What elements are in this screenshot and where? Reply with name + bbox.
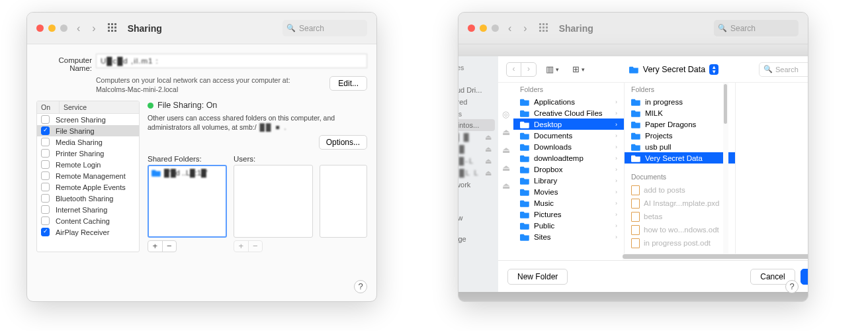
service-row[interactable]: Media Sharing xyxy=(37,136,139,148)
service-row[interactable]: Remote Login xyxy=(37,159,139,170)
add-button[interactable]: Add xyxy=(801,269,808,285)
view-columns-button[interactable]: ▥▾ xyxy=(542,62,563,76)
service-row[interactable]: Content Caching xyxy=(37,215,139,226)
zoom-icon[interactable] xyxy=(60,24,67,32)
folder-item[interactable]: Music› xyxy=(513,197,624,209)
sidebar-tag-red[interactable]: Red xyxy=(458,223,498,234)
folder-item[interactable]: Sites› xyxy=(513,231,624,242)
eject-icon[interactable]: ⏏ xyxy=(485,133,492,142)
eject-icon[interactable]: ⏏ xyxy=(502,145,510,155)
service-row[interactable]: Bluetooth Sharing xyxy=(37,193,139,204)
folder-icon xyxy=(520,154,530,162)
location-popup[interactable]: Very Secret Data xyxy=(629,65,706,74)
service-row[interactable]: Screen Sharing xyxy=(37,114,139,125)
folder-item[interactable]: downloadtemp› xyxy=(513,152,624,164)
checkbox[interactable] xyxy=(41,138,50,146)
sidebar-tag-grey[interactable]: Grey xyxy=(458,202,498,213)
updown-icon[interactable]: ▴▾ xyxy=(709,64,718,75)
options-button[interactable]: Options... xyxy=(319,135,367,150)
sidebar-item-icloud-drive[interactable]: ☁︎iCloud Dri... xyxy=(458,84,498,96)
folder-item[interactable]: Pictures› xyxy=(513,209,624,220)
remove-icon[interactable]: − xyxy=(163,241,177,252)
folder-icon xyxy=(520,188,530,196)
folder-item[interactable]: Downloads› xyxy=(513,141,624,152)
service-row[interactable]: File Sharing xyxy=(37,125,139,136)
folder-item[interactable]: usb pull› xyxy=(625,141,735,152)
computer-name-field[interactable]: U█c█d ,il.m1 : xyxy=(96,54,367,68)
service-row[interactable]: Remote Management xyxy=(37,170,139,181)
folder-item[interactable]: Public› xyxy=(513,220,624,231)
add-icon[interactable]: + xyxy=(148,241,163,252)
sidebar-item-macintosh-hd[interactable]: ⊟Macintos... xyxy=(458,119,495,131)
checkbox[interactable] xyxy=(41,160,50,169)
users-box[interactable] xyxy=(234,165,313,238)
checkbox[interactable] xyxy=(41,228,50,236)
eject-icon[interactable]: ⏏ xyxy=(485,157,492,166)
sidebar-item-device[interactable]: ⊡█ █ █⏏ xyxy=(458,131,498,143)
help-button[interactable]: ? xyxy=(785,280,799,293)
shared-folders-box[interactable]: █'█d ..L█:1█' xyxy=(148,165,227,238)
sidebar-item-device[interactable]: ⊡█L █-L⏏ xyxy=(458,155,498,167)
folder-item[interactable]: Desktop› xyxy=(513,118,624,130)
folder-item[interactable]: Library› xyxy=(513,175,624,186)
sidebar-item-shared[interactable]: 📁Shared xyxy=(458,96,498,108)
new-folder-button[interactable]: New Folder xyxy=(507,269,568,285)
sidebar-item-network[interactable]: ⊕Network xyxy=(458,179,498,191)
folder-item[interactable]: MILK› xyxy=(625,107,735,118)
sidebar-item-device[interactable]: ⊡█1 █L L⏏ xyxy=(458,167,498,179)
service-row[interactable]: Printer Sharing xyxy=(37,148,139,159)
group-button[interactable]: ⊞▾ xyxy=(568,62,589,76)
folder-item[interactable]: Applications› xyxy=(513,96,624,107)
sidebar-tag-orange[interactable]: Orange xyxy=(458,234,498,244)
col-service: Service xyxy=(60,101,91,113)
eject-icon[interactable]: ⏏ xyxy=(485,145,492,154)
service-row[interactable]: AirPlay Receiver xyxy=(37,226,139,238)
folder-item[interactable]: Movies› xyxy=(513,186,624,197)
checkbox[interactable] xyxy=(41,205,50,214)
close-icon[interactable] xyxy=(468,24,475,32)
sidebar-tag-yellow[interactable]: Yellow xyxy=(458,213,498,223)
folder-item[interactable]: Documents› xyxy=(513,130,624,141)
eject-icon[interactable]: ⏏ xyxy=(502,127,510,137)
scrollbar-v[interactable] xyxy=(723,83,728,254)
eject-icon[interactable]: ⏏ xyxy=(485,169,492,177)
checkbox[interactable] xyxy=(41,149,50,158)
sidebar-item-device[interactable]: ⊡1█ █⏏ xyxy=(458,143,498,155)
forward-icon[interactable]: › xyxy=(521,63,536,76)
eject-icon[interactable]: ⏏ xyxy=(502,181,510,191)
forward-icon[interactable]: › xyxy=(92,23,95,34)
apps-grid-icon[interactable] xyxy=(108,23,118,34)
checkbox[interactable] xyxy=(41,171,50,180)
service-row[interactable]: Remote Apple Events xyxy=(37,181,139,193)
perm-box[interactable] xyxy=(320,165,367,238)
folder-item[interactable]: Dropbox› xyxy=(513,164,624,175)
back-icon[interactable]: ‹ xyxy=(507,63,521,76)
chevron-right-icon: › xyxy=(615,166,617,173)
disc-icon[interactable]: ◎ xyxy=(502,109,509,119)
folder-item[interactable]: Very Secret Data› xyxy=(625,152,735,164)
checkbox[interactable] xyxy=(41,216,50,225)
minimize-icon[interactable] xyxy=(480,24,487,32)
help-button[interactable]: ? xyxy=(354,280,367,293)
eject-icon[interactable]: ⏏ xyxy=(502,163,510,173)
finder-search[interactable]: 🔍 Search xyxy=(759,62,808,77)
folder-item[interactable]: Projects› xyxy=(625,130,735,141)
scrollbar-h[interactable] xyxy=(623,254,808,260)
folder-item[interactable]: Creative Cloud Files› xyxy=(513,107,624,118)
checkbox[interactable] xyxy=(41,194,50,203)
close-icon[interactable] xyxy=(36,24,44,32)
doc-icon xyxy=(631,212,640,222)
checkbox[interactable] xyxy=(41,115,50,124)
edit-button[interactable]: Edit... xyxy=(329,76,367,91)
folder-item[interactable]: Paper Dragons› xyxy=(625,118,735,130)
checkbox[interactable] xyxy=(41,126,50,135)
minimize-icon[interactable] xyxy=(48,24,56,32)
search-field[interactable]: 🔍 Search xyxy=(282,20,367,36)
checkbox[interactable] xyxy=(41,183,50,191)
folder-icon xyxy=(631,109,641,117)
service-row[interactable]: Internet Sharing xyxy=(37,204,139,215)
back-icon[interactable]: ‹ xyxy=(77,23,80,34)
folder-item[interactable]: in progress› xyxy=(625,96,735,107)
shared-folder-item[interactable]: █'█d ..L█:1█' xyxy=(152,169,223,177)
add-remove-shared[interactable]: +− xyxy=(148,240,177,252)
